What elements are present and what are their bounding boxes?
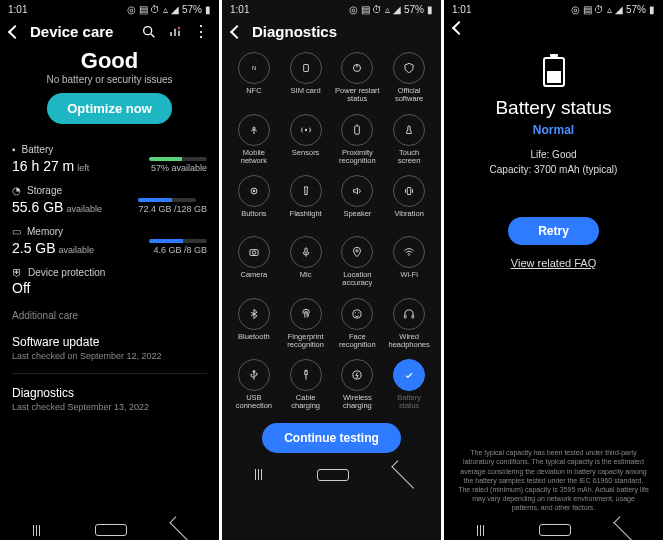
- proximity-label: Proximity recognition: [339, 149, 376, 166]
- cable-chg-icon: [290, 359, 322, 391]
- diag-flashlight[interactable]: Flashlight: [280, 173, 332, 228]
- mobile-net-icon: [238, 114, 270, 146]
- protection-row[interactable]: ⛨Device protection Off: [12, 267, 207, 296]
- optimize-button[interactable]: Optimize now: [47, 93, 172, 124]
- svg-point-23: [409, 255, 410, 256]
- back-icon[interactable]: [452, 21, 466, 35]
- svg-point-15: [253, 190, 255, 192]
- battery-large-icon: [543, 57, 565, 87]
- svg-rect-7: [303, 65, 308, 72]
- diag-official-sw[interactable]: Official software: [383, 50, 435, 106]
- diag-wifi[interactable]: Wi-Fi: [383, 234, 435, 290]
- svg-rect-16: [407, 188, 411, 195]
- speaker-label: Speaker: [343, 210, 371, 226]
- diag-camera[interactable]: Camera: [228, 234, 280, 290]
- diag-cable-chg[interactable]: Cable charging: [280, 357, 332, 413]
- bluetooth-icon: [238, 298, 270, 330]
- faq-link[interactable]: View related FAQ: [511, 257, 596, 269]
- sim-label: SIM card: [291, 87, 321, 103]
- vibration-label: Vibration: [394, 210, 423, 226]
- status-battery-pct: 57%: [182, 4, 202, 15]
- diag-touch[interactable]: Touch screen: [383, 112, 435, 168]
- svg-point-26: [359, 312, 360, 313]
- svg-rect-13: [355, 125, 360, 133]
- diag-headphones[interactable]: Wired headphones: [383, 296, 435, 352]
- status-time: 1:01: [8, 4, 27, 15]
- diag-wireless-chg[interactable]: Wireless charging: [332, 357, 384, 413]
- nav-back[interactable]: [612, 525, 642, 536]
- status-text: Good: [10, 50, 209, 72]
- battery-status-label: Battery status: [397, 394, 421, 411]
- diag-vibration[interactable]: Vibration: [383, 173, 435, 228]
- diag-power-restart[interactable]: Power restart status: [332, 50, 384, 106]
- nav-back[interactable]: [168, 525, 198, 536]
- more-icon[interactable]: ⋮: [193, 24, 209, 40]
- svg-line-1: [151, 34, 154, 37]
- storage-bar: [138, 198, 196, 202]
- status-battery-pct: 57%: [626, 4, 646, 15]
- camera-label: Camera: [241, 271, 268, 287]
- location-icon: [341, 236, 373, 268]
- nav-bar: [0, 518, 219, 540]
- wifi-icon: [393, 236, 425, 268]
- additional-care-title: Additional care: [12, 310, 207, 321]
- nav-back[interactable]: [390, 469, 420, 480]
- memory-value: 2.5 GB: [12, 240, 56, 256]
- memory-row[interactable]: ▭Memory 2.5 GBavailable 4.6 GB /8 GB: [12, 226, 207, 257]
- nav-home[interactable]: [317, 469, 347, 481]
- sensors-label: Sensors: [292, 149, 320, 165]
- svg-text:N: N: [252, 65, 256, 71]
- diagnostics-screen: 1:01 ◎ ▤ ⏱ ▵ ◢ 57% ▮ Diagnostics NNFCSIM…: [222, 0, 441, 540]
- diag-mobile-net[interactable]: Mobile network: [228, 112, 280, 168]
- nav-recents[interactable]: [244, 469, 274, 480]
- bluetooth-label: Bluetooth: [238, 333, 270, 349]
- svg-point-5: [178, 26, 181, 29]
- nav-recents[interactable]: [22, 525, 52, 536]
- battery-row[interactable]: ▪Battery 16 h 27 mleft 57% available: [12, 144, 207, 175]
- diag-bluetooth[interactable]: Bluetooth: [228, 296, 280, 352]
- diagnostics-row[interactable]: Diagnostics Last checked September 13, 2…: [12, 378, 207, 420]
- nav-home[interactable]: [539, 524, 569, 536]
- diag-mic[interactable]: Mic: [280, 234, 332, 290]
- diag-battery-status[interactable]: Battery status: [383, 357, 435, 413]
- status-battery-pct: 57%: [404, 4, 424, 15]
- face-icon: [341, 298, 373, 330]
- diag-nfc[interactable]: NNFC: [228, 50, 280, 106]
- software-update-row[interactable]: Software update Last checked on Septembe…: [12, 327, 207, 369]
- diag-proximity[interactable]: Proximity recognition: [332, 112, 384, 168]
- location-label: Location accuracy: [342, 271, 372, 288]
- diag-face[interactable]: Face recognition: [332, 296, 384, 352]
- nav-home[interactable]: [95, 524, 125, 536]
- diag-sensors[interactable]: Sensors: [280, 112, 332, 168]
- diag-fingerprint[interactable]: Fingerprint recognition: [280, 296, 332, 352]
- storage-row[interactable]: ◔Storage 55.6 GBavailable 72.4 GB /128 G…: [12, 185, 207, 216]
- fine-print: The typical capacity has been tested und…: [458, 448, 649, 512]
- status-icons: ◎ ▤ ⏱ ▵ ◢: [127, 4, 179, 15]
- mic-label: Mic: [300, 271, 312, 287]
- diag-location[interactable]: Location accuracy: [332, 234, 384, 290]
- continue-testing-button[interactable]: Continue testing: [262, 423, 401, 453]
- flashlight-label: Flashlight: [290, 210, 322, 226]
- diag-usb[interactable]: USB connection: [228, 357, 280, 413]
- diag-sim[interactable]: SIM card: [280, 50, 332, 106]
- back-icon[interactable]: [8, 24, 22, 38]
- back-icon[interactable]: [230, 24, 244, 38]
- svg-point-0: [144, 26, 152, 34]
- official-sw-icon: [393, 52, 425, 84]
- retry-button[interactable]: Retry: [508, 217, 599, 245]
- memory-bar: [149, 239, 207, 243]
- nfc-label: NFC: [246, 87, 261, 103]
- battery-status-value: Normal: [533, 123, 574, 137]
- svg-rect-21: [304, 248, 306, 253]
- face-label: Face recognition: [339, 333, 376, 350]
- mic-icon: [290, 236, 322, 268]
- battery-icon: ▮: [205, 4, 211, 15]
- svg-point-22: [356, 250, 358, 252]
- diag-buttons[interactable]: Buttons: [228, 173, 280, 228]
- nav-recents[interactable]: [466, 525, 496, 536]
- battery-life: Life: Good: [530, 147, 576, 162]
- stats-icon[interactable]: [167, 24, 183, 40]
- diag-speaker[interactable]: Speaker: [332, 173, 384, 228]
- status-time: 1:01: [230, 4, 249, 15]
- search-icon[interactable]: [141, 24, 157, 40]
